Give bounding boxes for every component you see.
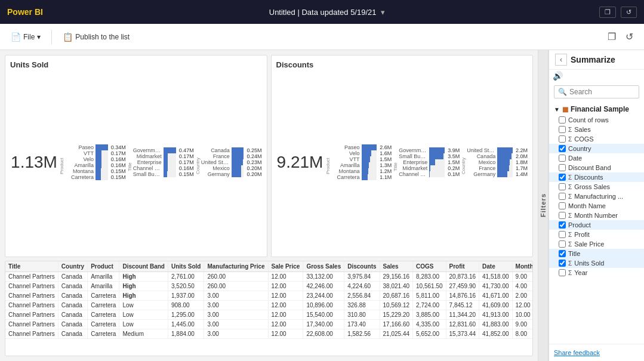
field-checkbox[interactable] (559, 145, 566, 152)
bar-track (497, 159, 513, 165)
table-cell: 3.00 (204, 320, 268, 329)
panel-collapse-button[interactable]: ‹ (555, 54, 567, 66)
table-column-header[interactable]: COGS (413, 261, 446, 272)
field-checkbox[interactable] (559, 116, 566, 124)
field-checkbox[interactable] (559, 269, 566, 276)
field-checkbox[interactable] (559, 155, 566, 162)
bar-row: Amarilla 1.3M (331, 162, 392, 168)
table-column-header[interactable]: Discount Band (119, 261, 168, 272)
bar-track (95, 168, 108, 174)
bar-label: Carretera (65, 174, 94, 180)
bar-fill (95, 144, 108, 150)
disc-country-chart: Country United Sta... 2.2M Canada 2.0M M… (462, 73, 528, 251)
bar-row: Mexico 1.8M (467, 159, 528, 165)
file-menu[interactable]: 📄 File ▾ (7, 30, 44, 44)
window-button[interactable]: ❐ (599, 7, 616, 18)
bar-value: 1.6M (380, 150, 392, 156)
field-item[interactable]: Product (549, 220, 644, 230)
table-column-header[interactable]: Profit (446, 261, 479, 272)
bar-value: 0.24M (246, 153, 261, 159)
field-checkbox[interactable] (559, 202, 566, 209)
field-item[interactable]: Σ Sales (549, 125, 644, 134)
title-chevron[interactable]: ▾ (381, 8, 385, 17)
audio-icon[interactable]: 🔊 (553, 71, 563, 81)
bar-track (95, 174, 108, 180)
refresh-button[interactable]: ↺ (621, 7, 637, 18)
table-column-header[interactable]: Sales (380, 261, 413, 272)
field-item[interactable]: Date (549, 153, 644, 163)
field-item[interactable]: Σ Units Sold (549, 258, 644, 268)
field-checkbox[interactable] (559, 260, 566, 267)
field-checkbox[interactable] (559, 250, 566, 257)
table-column-header[interactable]: Sale Price (268, 261, 303, 272)
field-item[interactable]: Count of rows (549, 115, 644, 125)
table-column-header[interactable]: Product (88, 261, 119, 272)
field-item[interactable]: Σ Sale Price (549, 239, 644, 249)
field-item[interactable]: Title (549, 249, 644, 258)
bar-label: Enterprise (133, 159, 162, 165)
field-item[interactable]: Σ COGS (549, 134, 644, 144)
field-checkbox[interactable] (559, 174, 566, 181)
field-checkbox[interactable] (559, 183, 566, 190)
search-box[interactable]: 🔍 (554, 85, 639, 98)
field-item[interactable]: Σ Month Number (549, 211, 644, 220)
field-checkbox[interactable] (559, 221, 566, 229)
field-checkbox[interactable] (559, 212, 566, 219)
bar-track (429, 159, 445, 165)
table-column-header[interactable]: Units Sold (168, 261, 204, 272)
field-checkbox[interactable] (559, 164, 566, 171)
bar-row: Carretera 0.15M (65, 174, 126, 180)
units-sold-section: Units Sold 1.13M Product Paseo 0.34M VTT… (5, 55, 267, 257)
bar-track (362, 162, 377, 168)
bar-label: United Sta... (467, 147, 495, 153)
table-column-header[interactable]: Discounts (344, 261, 380, 272)
table-column-header[interactable]: Manufacturing Price (204, 261, 268, 272)
table-column-header[interactable]: Title (5, 261, 58, 272)
table-cell: High (119, 282, 168, 291)
window-resize-button[interactable]: ❐ (604, 29, 620, 45)
field-item[interactable]: Discount Band (549, 163, 644, 172)
share-feedback-link[interactable]: Share feedback (549, 344, 644, 361)
bar-track (95, 150, 108, 156)
table-cell: 23,244.00 (303, 291, 344, 301)
field-checkbox[interactable] (559, 135, 566, 143)
table-column-header[interactable]: Date (479, 261, 513, 272)
table-cell: 41,518.00 (479, 272, 513, 282)
table-column-header[interactable]: Gross Sales (303, 261, 344, 272)
field-checkbox[interactable] (559, 240, 566, 248)
table-cell: Low (119, 301, 168, 310)
bar-fill (497, 153, 511, 159)
field-item[interactable]: Country (549, 144, 644, 153)
bar-label: VTT (331, 156, 360, 162)
field-item[interactable]: Σ Discounts (549, 172, 644, 182)
search-input[interactable] (569, 88, 635, 96)
topbar-actions: ❐ ↺ (599, 7, 637, 18)
toolbar-separator (51, 30, 52, 44)
bar-track (164, 171, 176, 177)
bar-fill (232, 159, 243, 165)
bar-track (362, 150, 377, 156)
table-cell: 10,561.50 (413, 282, 446, 291)
field-item[interactable]: Σ Profit (549, 230, 644, 239)
field-item[interactable]: Σ Manufacturing ... (549, 192, 644, 201)
table-cell: Channel Partners (5, 301, 58, 310)
field-group-header[interactable]: ▼ ▦ Financial Sample (549, 103, 644, 115)
field-item[interactable]: Month Name (549, 201, 644, 211)
table-cell: 41,671.00 (479, 291, 513, 301)
field-item[interactable]: Σ Gross Sales (549, 182, 644, 192)
bar-value: 1.5M (380, 156, 392, 162)
table-column-header[interactable]: Month Number (512, 261, 532, 272)
table-cell: Canada (58, 310, 87, 320)
table-wrapper[interactable]: TitleCountryProductDiscount BandUnits So… (5, 261, 532, 356)
secbar-refresh-button[interactable]: ↺ (622, 29, 637, 45)
disc-product-label: Product (325, 150, 331, 174)
field-checkbox[interactable] (559, 231, 566, 238)
publish-button[interactable]: 📋 Publish to the list (59, 30, 133, 44)
bar-track (362, 144, 377, 150)
table-cell: 29,156.16 (380, 272, 413, 282)
field-item[interactable]: Σ Year (549, 268, 644, 277)
table-cell: 4,224.60 (344, 282, 380, 291)
table-column-header[interactable]: Country (58, 261, 87, 272)
field-checkbox[interactable] (559, 193, 566, 200)
field-checkbox[interactable] (559, 126, 566, 133)
